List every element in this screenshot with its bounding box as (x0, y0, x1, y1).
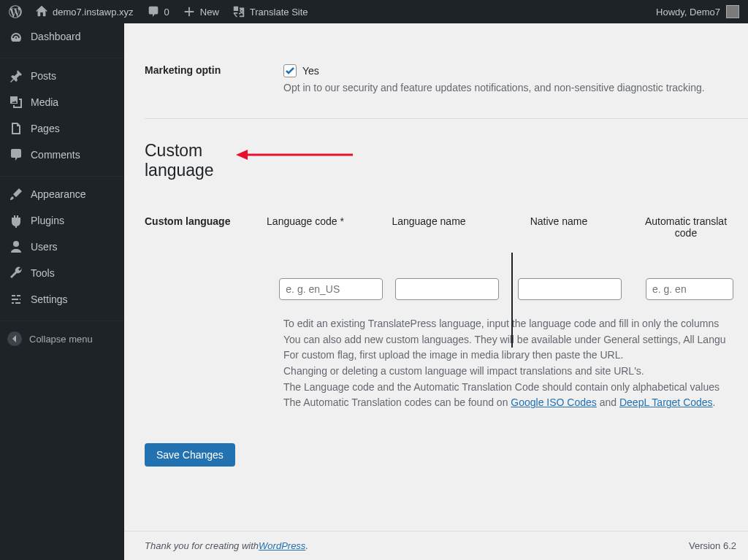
site-name-link[interactable]: demo7.instawp.xyz (35, 5, 134, 18)
wp-logo[interactable] (9, 5, 22, 18)
marketing-optin-desc: Opt in to our security and feature updat… (283, 82, 748, 93)
avatar[interactable] (726, 5, 739, 18)
help-text: To edit an existing TranslatePress langu… (283, 316, 748, 411)
comment-icon (147, 5, 160, 18)
col-auto-code: Automatic translatcode (624, 215, 748, 239)
brush-icon (9, 187, 23, 202)
sidebar-item-label: Tools (31, 267, 55, 279)
plus-icon (183, 5, 196, 18)
sidebar-item-media[interactable]: Media (0, 89, 124, 115)
sidebar-item-label: Media (31, 96, 58, 108)
marketing-optin-checkbox[interactable] (283, 64, 297, 77)
auto-code-input[interactable] (646, 278, 733, 300)
pin-icon (9, 69, 23, 83)
google-iso-link[interactable]: Google ISO Codes (511, 396, 597, 408)
sidebar-item-label: Posts (31, 70, 56, 82)
sidebar-item-label: Settings (31, 294, 68, 305)
sidebar-item-settings[interactable]: Settings (0, 286, 124, 312)
save-button[interactable]: Save Changes (145, 443, 235, 467)
sidebar-item-plugins[interactable]: Plugins (0, 207, 124, 234)
dashboard-icon (9, 29, 23, 44)
sidebar-item-appearance[interactable]: Appearance (0, 181, 124, 207)
comments-count: 0 (164, 7, 169, 18)
comments-link[interactable]: 0 (147, 5, 169, 18)
collapse-label: Collapse menu (29, 334, 93, 345)
sidebar-item-users[interactable]: Users (0, 234, 124, 260)
site-name-text: demo7.instawp.xyz (53, 7, 134, 18)
check-icon (285, 66, 295, 76)
settings-icon (9, 292, 23, 307)
user-icon (9, 239, 23, 254)
arrow-annotation (236, 147, 353, 163)
translate-site-link[interactable]: Translate Site (232, 5, 308, 18)
footer-thanks: Thank you for creating with (145, 540, 259, 551)
col-lang-name: Language name (364, 215, 494, 239)
collapse-icon (7, 331, 22, 346)
sidebar-item-label: Dashboard (31, 31, 81, 42)
lang-code-input[interactable] (279, 278, 383, 300)
sidebar-item-dashboard[interactable]: Dashboard (0, 23, 124, 50)
sidebar-item-posts[interactable]: Posts (0, 63, 124, 89)
col-lang-code: Language code * (247, 215, 364, 239)
sidebar-item-label: Pages (31, 123, 60, 134)
sidebar-item-label: Users (31, 241, 58, 253)
new-link[interactable]: New (183, 5, 219, 18)
sidebar-item-label: Plugins (31, 215, 64, 226)
sidebar-item-label: Comments (31, 149, 80, 161)
plugin-icon (9, 213, 23, 228)
pages-icon (9, 121, 23, 136)
media-icon (9, 95, 23, 110)
lang-name-input[interactable] (395, 278, 499, 300)
new-label: New (200, 7, 219, 18)
comment-icon (9, 147, 23, 162)
custom-language-row-label: Custom language (145, 215, 253, 227)
col-native-name: Native name (494, 215, 624, 239)
table-divider (511, 253, 513, 348)
native-name-input[interactable] (518, 278, 622, 300)
collapse-menu[interactable]: Collapse menu (0, 326, 124, 352)
sidebar-item-comments[interactable]: Comments (0, 142, 124, 168)
sidebar-item-tools[interactable]: Tools (0, 260, 124, 286)
translate-icon (232, 5, 245, 18)
svg-marker-1 (236, 150, 248, 160)
sidebar-item-pages[interactable]: Pages (0, 115, 124, 142)
section-title: Custom language (145, 119, 748, 180)
version-text: Version 6.2 (689, 540, 736, 551)
wrench-icon (9, 266, 23, 280)
translate-label: Translate Site (250, 7, 308, 18)
marketing-optin-yes: Yes (302, 65, 319, 77)
howdy-link[interactable]: Howdy, Demo7 (656, 7, 720, 18)
home-icon (35, 5, 48, 18)
deepl-codes-link[interactable]: DeepL Target Codes (619, 396, 713, 408)
sidebar-item-label: Appearance (31, 188, 86, 200)
wordpress-link[interactable]: WordPress (259, 540, 305, 551)
marketing-optin-label: Marketing optin (145, 64, 283, 76)
